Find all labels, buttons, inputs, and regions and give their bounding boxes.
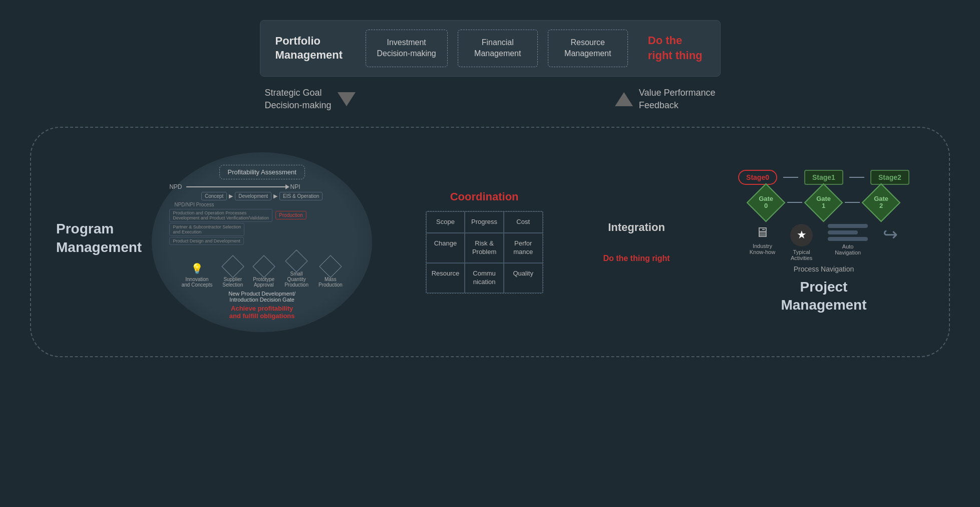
process-nav-row: 🖥 IndustryKnow-how ★ TypicalActivities A… — [750, 224, 898, 261]
coord-change: Change — [426, 233, 465, 263]
do-right-label: Do theright thing — [648, 33, 703, 64]
right-panel: Stage0 Stage1 Stage2 Gate0 Gate1 Gate2 — [724, 170, 924, 315]
concept-box: Concept — [201, 192, 227, 200]
coord-scope: Scope — [426, 211, 465, 233]
left-panel: ProgramManagement Profitability Assessme… — [56, 152, 372, 332]
coordination-grid: Scope Progress Cost Change Risk &Problem… — [426, 211, 543, 293]
main-area: ProgramManagement Profitability Assessme… — [30, 127, 950, 357]
supplier-label: SupplierSelection — [222, 277, 243, 288]
npd-label: NPD — [169, 183, 182, 190]
strategic-label: Strategic GoalDecision-making — [265, 87, 332, 112]
coord-risk: Risk &Problem — [465, 233, 504, 263]
development-box: Development — [235, 192, 271, 200]
portfolio-bar: PortfolioManagement InvestmentDecision-m… — [260, 20, 721, 77]
integration-title: Integration — [608, 221, 665, 234]
stage1-box: Stage1 — [804, 170, 843, 185]
gate-connector-1 — [787, 202, 802, 203]
arrow-up-icon — [615, 92, 633, 106]
auto-navigation-label: AutoNavigation — [835, 243, 861, 256]
gate1-diamond: Gate1 — [804, 183, 843, 222]
profitability-box: Profitability Assessment — [219, 165, 305, 179]
program-management-title: ProgramManagement — [56, 220, 142, 257]
small-qty-diamond-icon — [285, 249, 307, 272]
partner-box: Partner & Subcontractor Selectionand Exe… — [169, 223, 244, 236]
bar-2 — [828, 230, 858, 234]
coord-resource: Resource — [426, 263, 465, 293]
npd-npi-process-label: NPD/NPI Process — [169, 202, 214, 207]
do-thing-right-label: Do the thing right — [603, 254, 670, 263]
prototype-diamond-icon — [252, 255, 275, 278]
portfolio-title: PortfolioManagement — [275, 34, 356, 63]
mass-prod-diamond-icon — [319, 255, 342, 278]
stage0-box: Stage0 — [738, 170, 777, 185]
auto-navigation-block: AutoNavigation — [828, 224, 868, 256]
production-box: Production — [275, 211, 306, 219]
gate0-label: Gate0 — [759, 195, 774, 210]
typical-activities-block: ★ TypicalActivities — [790, 224, 813, 261]
stage-connector-2 — [849, 177, 864, 178]
innovation-icon: 💡 — [191, 263, 203, 275]
center-right-panel: Integration Do the thing right — [596, 221, 677, 263]
coord-cost: Cost — [504, 211, 543, 233]
monitor-icon: 🖥 — [755, 224, 769, 240]
star-icon: ★ — [790, 224, 813, 246]
industry-know-how-block: 🖥 IndustryKnow-how — [750, 224, 775, 255]
project-management-wrapper: ProjectManagement — [781, 278, 866, 315]
production-process-box: Production and Operation ProcessesDevelo… — [169, 209, 272, 222]
achieve-label: Achieve profitabilityand fulfill obligat… — [229, 305, 295, 320]
icon-mass-prod: MassProduction — [318, 259, 343, 288]
gate0-diamond: Gate0 — [747, 183, 786, 222]
concept-dev-row: Concept ▶ Development ▶ EIS & Operation — [201, 192, 322, 200]
coordination-title: Coordination — [450, 190, 519, 203]
gate-connector-2 — [845, 202, 860, 203]
arrows-row: Strategic GoalDecision-making Value Perf… — [260, 87, 721, 112]
icon-supplier: SupplierSelection — [222, 259, 243, 288]
typical-activities-label: TypicalActivities — [791, 249, 812, 261]
stage2-box: Stage2 — [870, 170, 909, 185]
value-arrow-block: Value PerformanceFeedback — [615, 87, 716, 112]
mass-prod-label: MassProduction — [318, 277, 343, 288]
gate2-diamond: Gate2 — [862, 183, 901, 222]
innovation-label: Innovationand Concepts — [182, 277, 213, 288]
coord-communication: Communication — [465, 263, 504, 293]
stage-connector-1 — [783, 177, 798, 178]
coord-progress: Progress — [465, 211, 504, 233]
eis-box: EIS & Operation — [279, 192, 322, 200]
process-navigation-label: Process Navigation — [794, 265, 854, 273]
production-process-row: Production and Operation ProcessesDevelo… — [169, 209, 355, 222]
icon-innovation: 💡 Innovationand Concepts — [182, 263, 213, 288]
gate1-label: Gate1 — [817, 195, 831, 210]
product-design-box: Product Design and Development — [169, 237, 244, 245]
bar-3 — [828, 237, 868, 241]
strategic-arrow-block: Strategic GoalDecision-making — [265, 87, 356, 112]
npd-gate-label: New Product Development/Introduction Dec… — [228, 291, 295, 303]
small-qty-label: SmallQuantityProduction — [284, 271, 308, 288]
investment-item: InvestmentDecision-making — [366, 30, 448, 67]
arrow-down-icon — [338, 92, 356, 106]
gate2-label: Gate2 — [874, 195, 889, 210]
npi-label: NPI — [290, 183, 300, 190]
npd-npi-row: NPD NPI — [169, 183, 355, 190]
top-section: PortfolioManagement InvestmentDecision-m… — [30, 20, 950, 112]
financial-item: FinancialManagement — [458, 30, 538, 67]
industry-knowhow-label: IndustryKnow-how — [750, 243, 775, 255]
project-management-title: ProjectManagement — [781, 278, 866, 315]
icon-prototype: PrototypeApproval — [253, 259, 274, 288]
icon-small-qty: SmallQuantityProduction — [284, 253, 308, 288]
prototype-label: PrototypeApproval — [253, 277, 274, 288]
icons-row: 💡 Innovationand Concepts SupplierSelecti… — [182, 253, 343, 288]
curved-arrow-icon: ↩ — [883, 224, 898, 245]
coord-quality: Quality — [504, 263, 543, 293]
stages-row: Stage0 Stage1 Stage2 — [738, 170, 909, 185]
bar-1 — [828, 224, 868, 228]
middle-panel: Coordination Scope Progress Cost Change … — [419, 190, 549, 293]
resource-item: ResourceManagement — [548, 30, 628, 67]
process-bars — [828, 224, 868, 241]
value-label: Value PerformanceFeedback — [639, 87, 716, 112]
supplier-diamond-icon — [221, 255, 244, 278]
gates-row: Gate0 Gate1 Gate2 — [752, 189, 895, 216]
coord-performance: Performance — [504, 233, 543, 263]
